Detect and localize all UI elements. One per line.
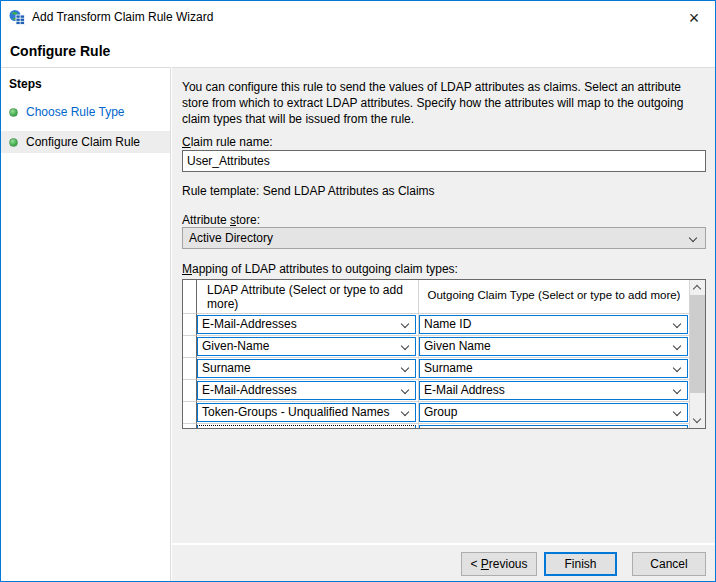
- claim-rule-name-label: Claim rule name:: [182, 135, 273, 149]
- scroll-down-icon[interactable]: [690, 413, 705, 428]
- wizard-window: Add Transform Claim Rule Wizard × Config…: [0, 0, 716, 582]
- step-choose-rule-type[interactable]: Choose Rule Type: [1, 101, 170, 123]
- row-header-cell[interactable]: [183, 380, 197, 402]
- rule-template-text: Rule template: Send LDAP Attributes as C…: [182, 184, 435, 198]
- row-header-cell[interactable]: [183, 314, 197, 336]
- row-header-cell[interactable]: [183, 402, 197, 424]
- step-configure-claim-rule: Configure Claim Rule: [1, 131, 170, 153]
- attribute-store-select[interactable]: Active Directory: [182, 227, 706, 249]
- ldap-attribute-select[interactable]: Surname: [197, 359, 416, 378]
- previous-button[interactable]: < Previous: [461, 552, 537, 576]
- chevron-down-icon: [401, 364, 409, 372]
- window-title: Add Transform Claim Rule Wizard: [32, 1, 213, 34]
- outgoing-claim-select-partial[interactable]: [419, 425, 688, 428]
- outgoing-claim-select[interactable]: E-Mail Address: [419, 381, 688, 400]
- button-bar: < Previous Finish Cancel: [172, 543, 715, 581]
- table-row: Given-Name Given Name: [183, 336, 689, 358]
- ldap-attribute-select-partial[interactable]: [197, 425, 416, 428]
- finish-button[interactable]: Finish: [544, 552, 617, 576]
- steps-header: Steps: [1, 68, 170, 93]
- table-row-partial: [183, 424, 689, 428]
- steps-sidebar: Steps Choose Rule Type Configure Claim R…: [1, 67, 171, 581]
- table-row: E-Mail-Addresses E-Mail Address: [183, 380, 689, 402]
- title-bar: Add Transform Claim Rule Wizard ×: [1, 1, 715, 33]
- chevron-down-icon: [673, 320, 681, 328]
- chevron-down-icon: [401, 408, 409, 416]
- table-row: Token-Groups - Unqualified Names Group: [183, 402, 689, 424]
- outgoing-claim-select[interactable]: Surname: [419, 359, 688, 378]
- outgoing-claim-select[interactable]: Group: [419, 403, 688, 422]
- ldap-attribute-column-header: LDAP Attribute (Select or type to add mo…: [197, 280, 419, 314]
- row-header-cell: [183, 280, 197, 314]
- chevron-down-icon: [689, 234, 697, 242]
- table-row: E-Mail-Addresses Name ID: [183, 314, 689, 336]
- content-area: You can configure this rule to send the …: [172, 67, 715, 543]
- mapping-label: Mapping of LDAP attributes to outgoing c…: [182, 262, 458, 276]
- chevron-down-icon: [673, 408, 681, 416]
- mapping-table: LDAP Attribute (Select or type to add mo…: [182, 279, 706, 429]
- ldap-attribute-select[interactable]: Token-Groups - Unqualified Names: [197, 403, 416, 422]
- row-header-cell: [183, 424, 197, 428]
- ldap-attribute-select[interactable]: E-Mail-Addresses: [197, 315, 416, 334]
- chevron-down-icon: [673, 386, 681, 394]
- table-scrollbar[interactable]: [689, 280, 705, 428]
- ldap-attribute-select[interactable]: Given-Name: [197, 337, 416, 356]
- chevron-down-icon: [401, 320, 409, 328]
- outgoing-claim-select[interactable]: Given Name: [419, 337, 688, 356]
- chevron-down-icon: [673, 364, 681, 372]
- close-icon[interactable]: ×: [681, 5, 707, 31]
- page-title: Configure Rule: [10, 43, 110, 59]
- step-label[interactable]: Choose Rule Type: [26, 105, 125, 119]
- attribute-store-label: Attribute store:: [182, 213, 260, 227]
- cancel-button[interactable]: Cancel: [632, 552, 706, 576]
- outgoing-claim-select[interactable]: Name ID: [419, 315, 688, 334]
- chevron-down-icon: [401, 386, 409, 394]
- chevron-down-icon: [673, 342, 681, 350]
- row-header-cell[interactable]: [183, 336, 197, 358]
- row-header-cell[interactable]: [183, 358, 197, 380]
- scroll-up-icon[interactable]: [690, 280, 705, 295]
- wizard-app-icon: [9, 9, 25, 25]
- attribute-store-value: Active Directory: [189, 231, 273, 245]
- step-bullet-icon: [9, 138, 18, 147]
- claim-rule-name-input[interactable]: [182, 150, 706, 172]
- outgoing-claim-column-header: Outgoing Claim Type (Select or type to a…: [419, 280, 689, 314]
- table-header-row: LDAP Attribute (Select or type to add mo…: [183, 280, 689, 314]
- step-bullet-icon: [9, 108, 18, 117]
- step-label: Configure Claim Rule: [26, 135, 140, 149]
- rule-description: You can configure this rule to send the …: [182, 79, 709, 127]
- ldap-attribute-select[interactable]: E-Mail-Addresses: [197, 381, 416, 400]
- scrollbar-thumb[interactable]: [690, 295, 705, 393]
- chevron-down-icon: [401, 342, 409, 350]
- table-row: Surname Surname: [183, 358, 689, 380]
